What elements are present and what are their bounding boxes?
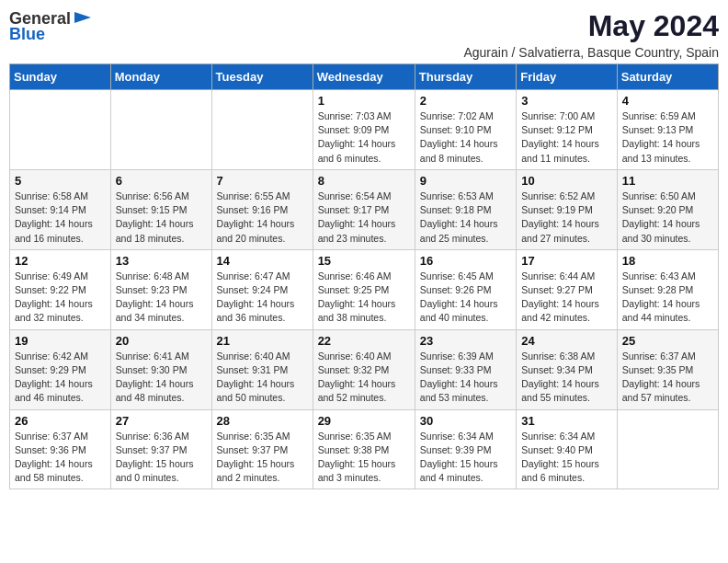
day-info: Sunrise: 6:38 AMSunset: 9:34 PMDaylight:…	[521, 350, 612, 406]
day-number: 30	[420, 414, 511, 428]
day-number: 15	[318, 254, 410, 268]
calendar-week-4: 19Sunrise: 6:42 AMSunset: 9:29 PMDayligh…	[10, 329, 719, 409]
calendar-table: SundayMondayTuesdayWednesdayThursdayFrid…	[9, 63, 719, 489]
calendar-cell: 28Sunrise: 6:35 AMSunset: 9:37 PMDayligh…	[211, 409, 313, 489]
calendar-cell: 6Sunrise: 6:56 AMSunset: 9:15 PMDaylight…	[110, 169, 211, 249]
calendar-cell: 4Sunrise: 6:59 AMSunset: 9:13 PMDaylight…	[617, 90, 718, 170]
day-number: 6	[116, 174, 207, 188]
day-info: Sunrise: 6:42 AMSunset: 9:29 PMDaylight:…	[15, 350, 106, 406]
calendar-cell: 2Sunrise: 7:02 AMSunset: 9:10 PMDaylight…	[415, 90, 516, 170]
day-info: Sunrise: 6:53 AMSunset: 9:18 PMDaylight:…	[420, 190, 511, 246]
calendar-cell: 31Sunrise: 6:34 AMSunset: 9:40 PMDayligh…	[517, 409, 618, 489]
day-info: Sunrise: 6:48 AMSunset: 9:23 PMDaylight:…	[116, 270, 207, 326]
day-number: 22	[318, 334, 410, 348]
calendar-cell: 13Sunrise: 6:48 AMSunset: 9:23 PMDayligh…	[110, 249, 211, 329]
day-number: 10	[521, 174, 612, 188]
day-number: 1	[318, 94, 410, 108]
calendar-cell	[10, 90, 111, 170]
weekday-header-sunday: Sunday	[10, 64, 111, 90]
day-number: 20	[116, 334, 207, 348]
day-info: Sunrise: 6:43 AMSunset: 9:28 PMDaylight:…	[622, 270, 713, 326]
calendar-cell: 27Sunrise: 6:36 AMSunset: 9:37 PMDayligh…	[110, 409, 211, 489]
calendar-cell: 29Sunrise: 6:35 AMSunset: 9:38 PMDayligh…	[313, 409, 415, 489]
calendar-cell: 12Sunrise: 6:49 AMSunset: 9:22 PMDayligh…	[10, 249, 111, 329]
title-block: May 2024 Agurain / Salvatierra, Basque C…	[463, 9, 719, 60]
day-number: 25	[622, 334, 713, 348]
day-info: Sunrise: 6:44 AMSunset: 9:27 PMDaylight:…	[521, 270, 612, 326]
weekday-header-monday: Monday	[110, 64, 211, 90]
day-number: 31	[521, 414, 612, 428]
day-number: 17	[521, 254, 612, 268]
day-info: Sunrise: 6:59 AMSunset: 9:13 PMDaylight:…	[622, 109, 713, 166]
day-number: 4	[622, 94, 713, 108]
month-year-title: May 2024	[463, 9, 719, 43]
day-info: Sunrise: 6:55 AMSunset: 9:16 PMDaylight:…	[217, 190, 308, 246]
day-info: Sunrise: 7:02 AMSunset: 9:10 PMDaylight:…	[420, 109, 511, 166]
day-info: Sunrise: 6:54 AMSunset: 9:17 PMDaylight:…	[318, 190, 410, 246]
day-number: 12	[15, 254, 106, 268]
svg-marker-0	[74, 12, 91, 23]
calendar-cell: 26Sunrise: 6:37 AMSunset: 9:36 PMDayligh…	[10, 409, 111, 489]
day-number: 8	[318, 174, 410, 188]
calendar-week-1: 1Sunrise: 7:03 AMSunset: 9:09 PMDaylight…	[10, 90, 719, 170]
day-number: 14	[217, 254, 308, 268]
day-info: Sunrise: 7:03 AMSunset: 9:09 PMDaylight:…	[318, 109, 410, 166]
calendar-cell: 9Sunrise: 6:53 AMSunset: 9:18 PMDaylight…	[415, 169, 516, 249]
day-number: 23	[420, 334, 511, 348]
location-subtitle: Agurain / Salvatierra, Basque Country, S…	[463, 45, 719, 60]
calendar-week-2: 5Sunrise: 6:58 AMSunset: 9:14 PMDaylight…	[10, 169, 719, 249]
day-info: Sunrise: 6:41 AMSunset: 9:30 PMDaylight:…	[116, 350, 207, 406]
day-info: Sunrise: 6:46 AMSunset: 9:25 PMDaylight:…	[318, 270, 410, 326]
day-info: Sunrise: 6:47 AMSunset: 9:24 PMDaylight:…	[217, 270, 308, 326]
calendar-week-3: 12Sunrise: 6:49 AMSunset: 9:22 PMDayligh…	[10, 249, 719, 329]
calendar-cell: 5Sunrise: 6:58 AMSunset: 9:14 PMDaylight…	[10, 169, 111, 249]
day-info: Sunrise: 6:36 AMSunset: 9:37 PMDaylight:…	[116, 430, 207, 486]
logo: General Blue	[9, 9, 93, 44]
day-info: Sunrise: 6:52 AMSunset: 9:19 PMDaylight:…	[521, 190, 612, 246]
weekday-header-wednesday: Wednesday	[313, 64, 415, 90]
weekday-header-saturday: Saturday	[617, 64, 718, 90]
day-info: Sunrise: 6:35 AMSunset: 9:37 PMDaylight:…	[217, 430, 308, 486]
day-info: Sunrise: 6:45 AMSunset: 9:26 PMDaylight:…	[420, 270, 511, 326]
calendar-cell: 8Sunrise: 6:54 AMSunset: 9:17 PMDaylight…	[313, 169, 415, 249]
day-number: 26	[15, 414, 106, 428]
calendar-cell: 19Sunrise: 6:42 AMSunset: 9:29 PMDayligh…	[10, 329, 111, 409]
day-info: Sunrise: 6:50 AMSunset: 9:20 PMDaylight:…	[622, 190, 713, 246]
logo-flag-icon	[73, 10, 93, 27]
weekday-header-thursday: Thursday	[415, 64, 516, 90]
day-info: Sunrise: 6:40 AMSunset: 9:32 PMDaylight:…	[318, 350, 410, 406]
day-info: Sunrise: 6:58 AMSunset: 9:14 PMDaylight:…	[15, 190, 106, 246]
day-number: 13	[116, 254, 207, 268]
day-number: 28	[217, 414, 308, 428]
calendar-cell: 25Sunrise: 6:37 AMSunset: 9:35 PMDayligh…	[617, 329, 718, 409]
weekday-header-friday: Friday	[517, 64, 618, 90]
day-number: 24	[521, 334, 612, 348]
calendar-cell: 20Sunrise: 6:41 AMSunset: 9:30 PMDayligh…	[110, 329, 211, 409]
calendar-week-5: 26Sunrise: 6:37 AMSunset: 9:36 PMDayligh…	[10, 409, 719, 489]
calendar-cell: 21Sunrise: 6:40 AMSunset: 9:31 PMDayligh…	[211, 329, 313, 409]
calendar-cell: 15Sunrise: 6:46 AMSunset: 9:25 PMDayligh…	[313, 249, 415, 329]
calendar-cell: 23Sunrise: 6:39 AMSunset: 9:33 PMDayligh…	[415, 329, 516, 409]
day-info: Sunrise: 6:39 AMSunset: 9:33 PMDaylight:…	[420, 350, 511, 406]
weekday-header-row: SundayMondayTuesdayWednesdayThursdayFrid…	[10, 64, 719, 90]
calendar-cell: 14Sunrise: 6:47 AMSunset: 9:24 PMDayligh…	[211, 249, 313, 329]
calendar-cell	[617, 409, 718, 489]
day-number: 29	[318, 414, 410, 428]
day-number: 27	[116, 414, 207, 428]
calendar-cell	[110, 90, 211, 170]
calendar-cell: 17Sunrise: 6:44 AMSunset: 9:27 PMDayligh…	[517, 249, 618, 329]
weekday-header-tuesday: Tuesday	[211, 64, 313, 90]
day-number: 18	[622, 254, 713, 268]
day-info: Sunrise: 6:35 AMSunset: 9:38 PMDaylight:…	[318, 430, 410, 486]
day-info: Sunrise: 6:37 AMSunset: 9:35 PMDaylight:…	[622, 350, 713, 406]
day-number: 19	[15, 334, 106, 348]
calendar-cell	[211, 90, 313, 170]
calendar-cell: 11Sunrise: 6:50 AMSunset: 9:20 PMDayligh…	[617, 169, 718, 249]
day-number: 5	[15, 174, 106, 188]
calendar-cell: 30Sunrise: 6:34 AMSunset: 9:39 PMDayligh…	[415, 409, 516, 489]
day-number: 2	[420, 94, 511, 108]
day-info: Sunrise: 6:56 AMSunset: 9:15 PMDaylight:…	[116, 190, 207, 246]
calendar-cell: 24Sunrise: 6:38 AMSunset: 9:34 PMDayligh…	[517, 329, 618, 409]
day-number: 16	[420, 254, 511, 268]
logo-blue: Blue	[9, 25, 45, 44]
